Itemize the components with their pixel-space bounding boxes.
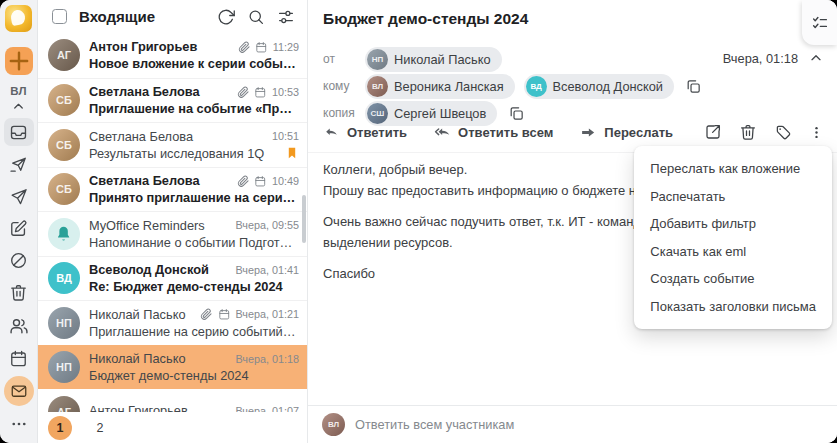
plus-icon [5,47,33,75]
sidebar-item-spam[interactable] [4,246,34,274]
email-time: Вчера, 01:18 [235,353,299,365]
email-list-item[interactable]: НПНиколай ПаськоВчера, 01:21Приглашение … [38,300,307,345]
recipient-chip[interactable]: ВДВсеволод Донской [524,74,674,99]
sidebar-item-inbox[interactable] [4,118,34,146]
event-icon [255,41,268,54]
message-tool-icons [704,123,824,141]
context-menu-item[interactable]: Добавить фильтр [634,210,832,238]
email-sender: Светлана Белова [89,84,232,99]
recipient-name: Всеволод Донской [553,79,663,94]
envelope-icon [10,382,28,400]
email-list-item[interactable]: СБСветлана Белова10:53Приглашение на соб… [38,78,307,123]
recipient-row: комуВЛВероника ЛанскаяВДВсеволод Донской [323,73,702,99]
email-summary: MyOffice RemindersВчера, 09:55Напоминани… [89,218,299,250]
email-time: Вчера, 01:21 [235,308,299,320]
open-in-new-icon[interactable] [704,123,722,141]
search-icon[interactable] [247,8,265,26]
email-time: 10:51 [272,130,299,142]
outbox-icon [9,155,28,174]
recipient-chip[interactable]: ВЛВероника Ланская [365,74,515,99]
email-sender: Николай Пасько [89,351,230,366]
block-icon [9,251,28,270]
sidebar-item-contacts[interactable] [4,312,34,340]
app-logo-icon[interactable] [5,5,32,32]
sidebar-item-trash[interactable] [4,278,34,306]
email-list-item[interactable]: ВДВсеволод ДонскойВчера, 01:41Re: Бюджет… [38,256,307,301]
pagination-page[interactable]: 1 [48,416,72,440]
email-time: 10:49 [272,175,299,187]
context-menu-item[interactable]: Переслать как вложение [634,155,832,183]
compose-icon [9,219,28,238]
avatar: АГ [48,39,80,71]
event-icon [254,175,267,188]
email-list-panel: Входящие АГАнтон Григорьев11:29Новое вло… [38,0,308,443]
avatar: СБ [48,173,80,205]
email-list-item[interactable]: АГАнтон Григорьев11:29Новое вложение к с… [38,33,307,78]
reply-all-icon [434,124,451,141]
quick-reply-bar[interactable]: ВЛ Ответить всем участникам [308,405,837,443]
email-sender: Всеволод Донской [89,262,230,277]
reply-all-button[interactable]: Ответить всем [434,124,553,141]
delete-message-icon[interactable] [739,123,757,141]
list-scrollbar[interactable] [302,195,306,243]
email-list-item[interactable]: СБСветлана Белова10:51Результаты исследо… [38,122,307,167]
context-menu-item[interactable]: Создать событие [634,265,832,293]
context-menu-item[interactable]: Скачать как eml [634,238,832,266]
tasks-panel-tab[interactable] [802,0,837,45]
avatar: ВЛ [367,76,388,97]
sidebar-item-sent[interactable] [4,182,34,210]
inbox-icon [9,123,28,142]
collapse-header-icon[interactable] [808,50,824,66]
attachment-icon [237,175,250,188]
email-subject: Приглашение на событие «Предварительно… [89,101,299,116]
copy-icon[interactable] [685,78,702,95]
context-menu-item[interactable]: Распечатать [634,183,832,211]
email-time: Вчера, 01:41 [235,264,299,276]
context-menu-item[interactable]: Показать заголовки письма [634,293,832,321]
avatar: ВЛ [322,413,345,436]
sidebar-item-outbox[interactable] [4,150,34,178]
avatar: СБ [48,84,80,116]
email-list-item[interactable]: НПНиколай ПаськоВчера, 01:18Бюджет демо-… [38,345,307,390]
select-all-checkbox[interactable] [52,9,67,24]
attachment-icon [237,86,250,99]
avatar: ВД [526,76,547,97]
sidebar-item-mail[interactable] [4,376,34,406]
email-subject: Приглашение на серию событий «Демо стен… [89,324,299,339]
context-menu: Переслать как вложениеРаспечататьДобавит… [634,146,832,329]
email-list-item[interactable]: MyOffice RemindersВчера, 09:55Напоминани… [38,211,307,256]
filter-icon[interactable] [277,8,295,26]
collapse-accounts-icon[interactable] [4,99,34,114]
recipient-label: копия [323,106,365,120]
email-list-item[interactable]: СБСветлана Белова10:49Принято приглашени… [38,167,307,212]
forward-button[interactable]: Переслать [580,124,673,141]
avatar: НП [48,307,80,339]
email-time: 11:29 [273,41,299,53]
compose-add-button[interactable] [5,47,33,75]
email-summary: Светлана Белова10:49Принято приглашение … [89,173,299,205]
more-actions-icon[interactable] [809,124,824,141]
email-sender: MyOffice Reminders [89,218,230,233]
tag-icon[interactable] [774,123,792,141]
recipient-chip[interactable]: НПНиколай Пасько [365,47,502,72]
message-date: Вчера, 01:18 [723,51,798,66]
reply-icon [323,124,340,141]
pagination-page[interactable]: 2 [88,416,112,440]
recipient-label: от [323,52,365,66]
email-subject: Новое вложение к серии событий «Аналити… [89,56,299,71]
email-summary: Всеволод ДонскойВчера, 01:41Re: Бюджет д… [89,262,299,294]
forward-icon [580,124,597,141]
refresh-icon[interactable] [217,8,235,26]
message-date-row: Вчера, 01:18 [723,50,824,66]
avatar: СБ [48,129,80,161]
sidebar-item-calendar[interactable] [4,344,34,372]
email-summary: Антон Григорьев11:29Новое вложение к сер… [89,39,299,71]
reply-button[interactable]: Ответить [323,124,407,141]
email-sender: Светлана Белова [89,173,232,188]
email-summary: Николай ПаськоВчера, 01:18Бюджет демо-ст… [89,351,299,383]
avatar: ВД [48,262,80,294]
account-initials[interactable]: ВЛ [10,85,27,97]
sidebar-item-drafts[interactable] [4,214,34,242]
recipient-name: Николай Пасько [394,52,491,67]
sidebar-more-button[interactable] [4,410,34,438]
